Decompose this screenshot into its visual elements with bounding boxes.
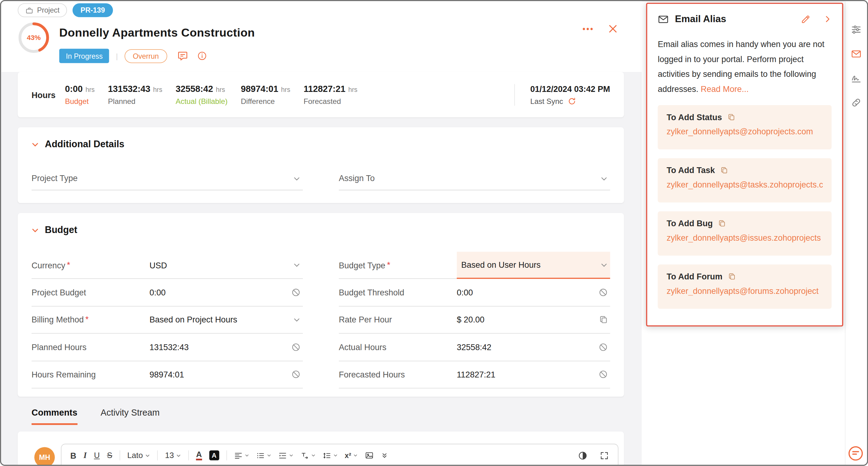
insert-image-button[interactable] xyxy=(365,451,374,460)
overrun-badge: Overrun xyxy=(125,49,167,63)
info-button[interactable] xyxy=(197,51,207,61)
project-id-tab[interactable]: PR-139 xyxy=(73,3,113,17)
header-actions: ••• xyxy=(583,23,618,34)
font-family-select[interactable]: Lato xyxy=(127,451,150,460)
highlight-color-button[interactable]: A xyxy=(209,450,219,460)
project-type-select[interactable]: Project Type xyxy=(32,166,303,190)
copy-icon[interactable] xyxy=(720,166,728,174)
signature-icon[interactable] xyxy=(851,73,862,84)
budget-row-rate-per-hour: Rate Per Hour $ 20.00 xyxy=(339,306,610,334)
currency-select[interactable]: USD xyxy=(150,252,303,279)
hours-label: Hours xyxy=(32,90,56,100)
more-tools-button[interactable] xyxy=(381,452,388,459)
link-icon[interactable] xyxy=(851,97,862,108)
field-label: Hours Remaining xyxy=(32,370,96,379)
hours-value: 131532:43 xyxy=(108,84,150,94)
chevron-down-icon xyxy=(311,453,315,457)
alias-label: To Add Task xyxy=(666,165,715,175)
italic-button[interactable]: I xyxy=(84,451,87,460)
editor-toolbar: B I U S Lato 13 xyxy=(62,444,618,466)
hours-remaining-field: 98974:01 xyxy=(150,361,303,389)
email-alias-rail-icon[interactable] xyxy=(851,48,862,59)
superscript-label: x² xyxy=(345,451,351,460)
required-marker: * xyxy=(86,314,89,324)
status-badge[interactable]: In Progress xyxy=(59,48,110,63)
image-icon xyxy=(365,451,374,460)
forecasted-hours-field: 112827:21 xyxy=(457,361,610,389)
assign-to-select[interactable]: Assign To xyxy=(339,166,610,190)
field-label: Project Budget xyxy=(32,288,86,297)
contrast-icon[interactable] xyxy=(578,451,588,460)
last-sync-block: 01/12/2024 03:42 PM Last Sync xyxy=(514,84,610,105)
hours-item-actual: 32558:42hrs Actual (Billable) xyxy=(176,84,227,105)
project-type-chip[interactable]: Project xyxy=(18,3,67,17)
filter-settings-icon[interactable] xyxy=(851,24,862,35)
field-label: Currency xyxy=(32,260,65,270)
copy-icon[interactable] xyxy=(727,113,735,121)
progress-ring: 43% xyxy=(18,22,50,54)
chevron-down-icon xyxy=(293,175,301,182)
last-sync-label: Last Sync xyxy=(530,97,563,105)
collapse-chevron-icon[interactable] xyxy=(32,141,39,148)
close-icon[interactable] xyxy=(608,23,619,34)
email-alias-header: Email Alias xyxy=(658,13,831,25)
hours-item-label: Actual (Billable) xyxy=(176,97,227,105)
text-direction-button[interactable] xyxy=(301,451,316,460)
copy-icon[interactable] xyxy=(599,315,608,324)
budget-row-billing-method: Billing Method* Based on Project Hours xyxy=(32,306,303,334)
more-options-button[interactable]: ••• xyxy=(583,24,594,33)
toolbar-divider xyxy=(120,450,120,460)
info-icon xyxy=(197,51,207,61)
comment-editor-card: MH B I U S Lato 13 xyxy=(18,432,624,466)
strikethrough-button[interactable]: S xyxy=(107,451,112,460)
hours-item-label: Forecasted xyxy=(304,97,358,105)
budget-type-select[interactable]: Based on User Hours xyxy=(457,252,610,279)
comment-bubble-button[interactable] xyxy=(177,51,188,62)
alias-card-bug: To Add Bug zylker_donnellyapts@issues.zo… xyxy=(658,211,831,256)
collapse-chevron-icon[interactable] xyxy=(32,227,39,234)
edit-icon[interactable] xyxy=(801,14,811,24)
disabled-icon xyxy=(291,342,301,352)
copy-icon[interactable] xyxy=(718,220,726,227)
billing-method-select[interactable]: Based on Project Hours xyxy=(150,306,303,334)
align-button[interactable] xyxy=(234,451,249,460)
superscript-button[interactable]: x² xyxy=(345,451,358,460)
field-value: $ 20.00 xyxy=(457,315,485,325)
chevron-right-icon[interactable] xyxy=(824,15,832,23)
feedback-button[interactable] xyxy=(847,445,864,462)
tab-comments[interactable]: Comments xyxy=(32,408,78,425)
actual-hours-field: 32558:42 xyxy=(457,334,610,361)
avatar: MH xyxy=(34,447,55,466)
double-chevron-down-icon xyxy=(381,452,388,459)
line-spacing-button[interactable] xyxy=(323,451,338,460)
font-size-select[interactable]: 13 xyxy=(165,451,181,460)
tab-activity-stream[interactable]: Activity Stream xyxy=(100,408,160,425)
field-value: 112827:21 xyxy=(457,370,496,379)
underline-button[interactable]: U xyxy=(94,451,100,460)
field-value: 32558:42 xyxy=(457,342,492,352)
list-button[interactable] xyxy=(256,451,271,460)
text-color-button[interactable]: A xyxy=(196,450,202,460)
budget-threshold-field: 0:00 xyxy=(457,279,610,306)
field-label: Planned Hours xyxy=(32,342,87,352)
indent-button[interactable] xyxy=(278,451,293,460)
breadcrumb: Project PR-139 xyxy=(18,3,113,17)
status-row: In Progress | Overrun xyxy=(59,48,207,64)
alias-email: zylker_donnellyapts@zohoprojects.com xyxy=(666,127,823,136)
field-label: Forecasted Hours xyxy=(339,370,405,379)
disabled-icon xyxy=(291,288,301,297)
briefcase-icon xyxy=(26,6,33,14)
hours-item-budget: 0:00hrs Budget xyxy=(65,84,95,105)
refresh-icon[interactable] xyxy=(568,97,576,105)
alias-card-status: To Add Status zylker_donnellyapts@zohopr… xyxy=(658,105,831,149)
copy-icon[interactable] xyxy=(728,273,736,280)
project-detail-panel: Project PR-139 43% Donnelly Apartments C… xyxy=(1,1,642,466)
badge-separator: | xyxy=(116,52,118,60)
read-more-link[interactable]: Read More... xyxy=(701,84,749,94)
comment-input[interactable]: B I U S Lato 13 xyxy=(61,444,619,466)
bold-button[interactable]: B xyxy=(70,451,76,460)
budget-row-currency: Currency* USD xyxy=(32,252,303,279)
feedback-icon xyxy=(847,445,864,462)
field-label: Budget Type xyxy=(339,260,385,270)
fullscreen-icon[interactable] xyxy=(599,451,609,460)
